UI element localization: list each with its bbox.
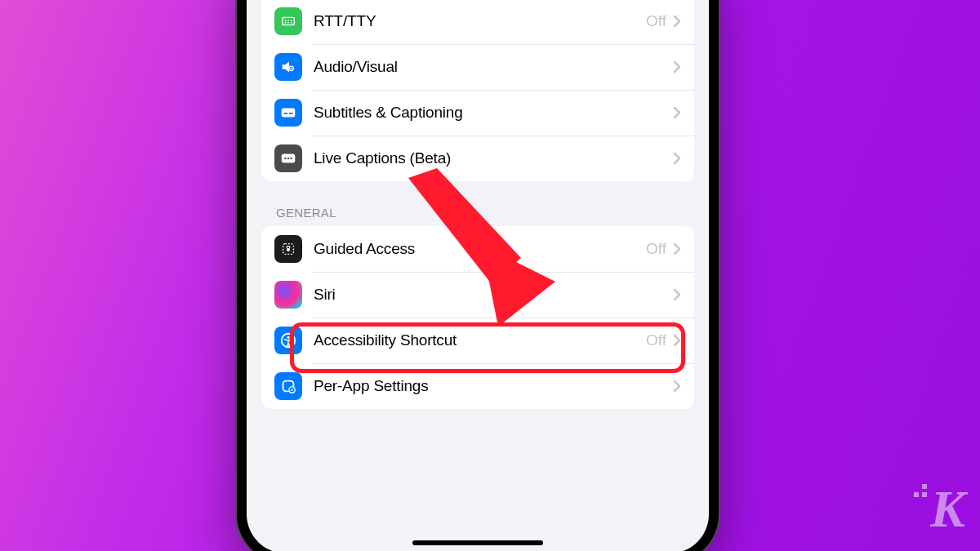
section-header-general: GENERAL — [276, 206, 679, 220]
subtitles-icon — [274, 99, 302, 127]
live-captions-icon — [274, 144, 302, 172]
siri-icon — [274, 281, 302, 309]
chevron-right-icon — [673, 334, 681, 347]
svg-rect-19 — [287, 248, 290, 251]
row-live-captions[interactable]: Live Captions (Beta) — [261, 136, 694, 181]
guided-access-icon — [274, 235, 302, 263]
row-label: Per-App Settings — [314, 377, 673, 395]
chevron-right-icon — [673, 15, 681, 28]
chevron-right-icon — [673, 242, 681, 256]
row-label: Subtitles & Captioning — [314, 104, 673, 122]
row-label: Guided Access — [314, 240, 646, 258]
row-label: Audio/Visual — [314, 58, 673, 76]
row-label: Siri — [314, 286, 673, 304]
settings-group-general: Guided Access Off Siri Accessibility Sho… — [261, 226, 694, 409]
svg-point-7 — [287, 22, 289, 24]
chevron-right-icon — [673, 152, 681, 165]
row-value: Off — [646, 331, 666, 349]
svg-point-4 — [287, 20, 289, 21]
audio-visual-icon — [274, 53, 302, 81]
svg-point-10 — [291, 68, 292, 69]
phone-screen: Sound Recognition Off RTT/TTY Off Audio/… — [247, 0, 709, 551]
svg-rect-13 — [289, 113, 293, 114]
svg-point-15 — [284, 158, 286, 159]
svg-point-6 — [284, 22, 286, 24]
home-indicator — [412, 540, 543, 545]
chevron-right-icon — [673, 60, 681, 73]
row-per-app-settings[interactable]: Per-App Settings — [261, 363, 694, 409]
svg-rect-11 — [282, 109, 296, 118]
svg-point-22 — [287, 336, 289, 339]
row-guided-access[interactable]: Guided Access Off — [261, 226, 694, 272]
row-value: Off — [646, 12, 666, 30]
svg-rect-12 — [284, 113, 288, 114]
accessibility-icon — [274, 327, 302, 354]
chevron-right-icon — [673, 380, 681, 393]
svg-point-20 — [283, 289, 295, 301]
logo-dots-icon — [914, 484, 930, 500]
svg-point-5 — [291, 20, 292, 21]
logo-letter: K — [930, 480, 962, 538]
svg-point-17 — [290, 158, 292, 159]
settings-group-hearing: Sound Recognition Off RTT/TTY Off Audio/… — [261, 0, 694, 181]
row-siri[interactable]: Siri — [261, 272, 694, 318]
row-audio-visual[interactable]: Audio/Visual — [261, 44, 694, 90]
svg-point-3 — [284, 20, 286, 21]
row-accessibility-shortcut[interactable]: Accessibility Shortcut Off — [261, 318, 694, 363]
row-label: Accessibility Shortcut — [314, 331, 646, 349]
chevron-right-icon — [673, 288, 681, 301]
per-app-icon — [274, 372, 302, 400]
brand-logo: K — [930, 479, 962, 540]
row-subtitles[interactable]: Subtitles & Captioning — [261, 90, 694, 136]
phone-frame: Sound Recognition Off RTT/TTY Off Audio/… — [237, 0, 719, 551]
chevron-right-icon — [673, 106, 681, 119]
rtt-tty-icon — [274, 7, 302, 35]
row-label: RTT/TTY — [314, 12, 646, 30]
row-label: Live Captions (Beta) — [314, 149, 673, 167]
svg-point-8 — [291, 22, 292, 24]
row-rtt-tty[interactable]: RTT/TTY Off — [261, 0, 694, 44]
svg-point-16 — [287, 158, 289, 159]
row-value: Off — [646, 240, 666, 258]
